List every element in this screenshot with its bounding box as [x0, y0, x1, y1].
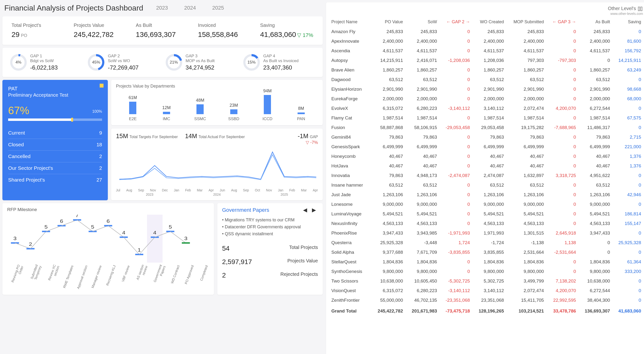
gov-stat: 2,597,917Projects Value	[222, 255, 318, 269]
table-row[interactable]: PhoenixRise3,947,4333,943,985-1,971,9931…	[330, 228, 643, 238]
gov-item: QSS dynamic installment	[222, 231, 318, 237]
table-header[interactable]: ← GAP 2 →	[439, 17, 472, 27]
table-row[interactable]: HotJava40,46740,467040,46740,467040,4671…	[330, 161, 643, 171]
table-row[interactable]: Autopsy14,215,9112,416,071-1,208,0361,20…	[330, 56, 643, 65]
gap-donut: 4% GAP 1Bdgt vs SoW-6,022,183	[7, 52, 85, 73]
table-row[interactable]: StellarQuest1,804,8361,804,83601,804,836…	[330, 257, 643, 267]
year-2024[interactable]: 2024	[181, 3, 199, 13]
dept-bar: 12MIMC	[157, 105, 176, 121]
svg-line-26	[93, 226, 108, 231]
table-row[interactable]: VisionQuest6,315,0726,280,223-3,140,1123…	[330, 286, 643, 295]
gov-item: Migrations TRY systems to our CRM	[222, 217, 318, 224]
table-row[interactable]: Honeycomb40,46740,467040,46740,467040,46…	[330, 151, 643, 161]
table-header[interactable]: ← GAP 3 →	[546, 17, 578, 27]
table-header[interactable]: As Built	[578, 17, 612, 27]
svg-line-20	[62, 220, 77, 226]
pat-row: Our Sector Project's2	[8, 162, 102, 174]
table-row[interactable]: ApexInnovate2,400,0002,400,00002,400,000…	[330, 37, 643, 46]
gap-donut: 15% GAP 4As Built vs Invoiced23,407,360	[240, 52, 318, 73]
pat-row: Current9	[8, 127, 102, 139]
header: Financial Analysis of Projects Dashboard…	[2, 3, 323, 14]
gov-prev-icon[interactable]: ◀	[301, 207, 309, 213]
targets-card: 15MTotal Targets For September 14MTotal …	[111, 128, 323, 200]
dept-title: Projects Value by Departments	[116, 84, 318, 89]
table-header[interactable]: PO Value	[371, 17, 405, 27]
page-title: Financial Analysis of Projects Dashboard	[4, 4, 143, 13]
table-row[interactable]: Gemini8479,86379,863079,86379,863079,863…	[330, 132, 643, 142]
table-row[interactable]: Innovatia79,8634,948,173-2,474,0872,474,…	[330, 171, 643, 180]
table-row[interactable]: Fusion58,887,86858,106,915-29,053,45829,…	[330, 123, 643, 132]
table-row[interactable]: NexusInfinity4,563,1334,563,13304,563,13…	[330, 219, 643, 228]
table-row[interactable]: Questerra25,925,328-3,4481,724-1,724-1,1…	[330, 238, 643, 248]
svg-text:1: 1	[138, 247, 141, 253]
dept-card: Projects Value by Departments 61ME2E12MI…	[111, 80, 323, 125]
svg-text:7: 7	[76, 215, 78, 218]
svg-line-11	[15, 243, 30, 249]
year-2025[interactable]: 2025	[209, 3, 227, 13]
gov-list: Migrations TRY systems to our CRMDatacen…	[222, 217, 318, 242]
year-2023[interactable]: 2023	[153, 3, 171, 13]
table-row[interactable]: SynthoGenesis9,800,0009,800,00009,800,00…	[330, 267, 643, 276]
gov-next-icon[interactable]: ▶	[310, 207, 318, 213]
table-row[interactable]: Just Jade1,263,1061,263,10601,263,1061,2…	[330, 190, 643, 200]
svg-text:3: 3	[14, 236, 16, 241]
dept-bar: 23MSSBD	[224, 103, 244, 121]
table-header[interactable]: MOP Submitted	[506, 17, 546, 27]
brand: Other Level's www.other-levels.com	[608, 6, 643, 16]
gov-card: Government Papers ◀ ▶ Migrations TRY sys…	[217, 203, 323, 295]
pat-marker-icon	[100, 84, 104, 88]
pat-title: PAT	[8, 86, 102, 92]
gap-donut: 45% GAP 2SoW vs WO-72,269,407	[85, 52, 162, 73]
pat-row: Shared Project's27	[8, 174, 102, 186]
projects-table-card: Other Level's www.other-levels.com Proje…	[326, 3, 644, 354]
table-row[interactable]: Flamy Cat1,987,5141,987,51401,987,5141,9…	[330, 113, 643, 123]
gap-donut: 21% GAP 3MOP vs As Built34,274,952	[163, 52, 240, 73]
svg-rect-8	[147, 215, 163, 263]
table-header[interactable]: Project Name	[330, 17, 371, 27]
table-row[interactable]: EvolveX6,315,0726,280,223-3,140,1123,140…	[330, 104, 643, 113]
svg-text:6: 6	[60, 219, 63, 224]
kpi: Saving 41,683,060 ▽ 17%	[256, 20, 318, 41]
svg-text:4: 4	[122, 230, 125, 236]
table-row[interactable]: ElysianHorizon2,901,9902,901,99002,901,9…	[330, 84, 643, 94]
pat-row: Closed18	[8, 139, 102, 150]
pat-percent: 67%	[8, 105, 29, 116]
kpi: Projects Value 245,422,782	[69, 20, 131, 41]
table-header[interactable]: Saving	[612, 17, 643, 27]
table-header[interactable]: WO Created	[472, 17, 506, 27]
projects-table: Project NamePO ValueSoW← GAP 2 →WO Creat…	[330, 17, 643, 316]
table-row[interactable]: EurekaForge2,000,0002,000,00002,000,0002…	[330, 94, 643, 104]
table-row[interactable]: Ascendia4,611,5374,611,53704,611,5374,61…	[330, 46, 643, 56]
dept-bar: 61ME2E	[123, 95, 142, 121]
dept-bar: 94MICCD	[258, 89, 277, 121]
dept-bar: 48MSSMC	[190, 98, 210, 121]
gov-item: Datacenter DFR Governments approval	[222, 224, 318, 231]
svg-text:5: 5	[91, 224, 94, 230]
svg-line-23	[77, 220, 93, 231]
svg-line-41	[170, 231, 186, 243]
svg-text:4: 4	[153, 230, 156, 236]
table-row[interactable]: Two Scissors10,638,00010,605,450-5,302,7…	[330, 276, 643, 286]
svg-text:6: 6	[106, 219, 110, 224]
table-row[interactable]: Dagwood63,51263,512063,51263,512063,5120	[330, 75, 643, 84]
table-header[interactable]: SoW	[405, 17, 439, 27]
targets-line-chart	[116, 146, 318, 187]
gap-row: 4% GAP 1Bdgt vs SoW-6,022,183 45% GAP 2S…	[2, 48, 323, 77]
gov-stat: 54Total Projects	[222, 242, 318, 255]
svg-text:2: 2	[29, 242, 32, 247]
svg-line-29	[108, 226, 124, 237]
rfp-chart: 325675641453	[7, 215, 209, 263]
target-metric: 15MTotal Targets For September	[116, 132, 178, 140]
table-row[interactable]: Lonesome9,000,0009,000,00009,000,0009,00…	[330, 200, 643, 209]
table-row[interactable]: GenesisSpark6,499,9996,499,99906,499,999…	[330, 142, 643, 151]
gov-stat: 2Rejected Projects	[222, 269, 318, 282]
pat-subtitle: Preliminary Acceptance Test	[8, 92, 102, 98]
kpi: Invoiced 158,558,846	[194, 20, 256, 41]
table-row[interactable]: LuminaVoyage5,494,5215,494,52105,494,521…	[330, 209, 643, 219]
table-row[interactable]: Insane hammer63,51263,512063,51263,51206…	[330, 180, 643, 190]
table-row[interactable]: Solid Alpha9,377,6887,671,709-3,835,8553…	[330, 248, 643, 257]
rfp-title: RFP Milestone	[7, 207, 209, 212]
table-row[interactable]: ZenithFrontier55,000,00046,702,135-23,35…	[330, 295, 643, 305]
table-row[interactable]: Amazon Fly245,833245,8330245,833245,8330…	[330, 27, 643, 37]
table-row[interactable]: Brave Alien1,860,2571,860,25701,860,2571…	[330, 65, 643, 75]
